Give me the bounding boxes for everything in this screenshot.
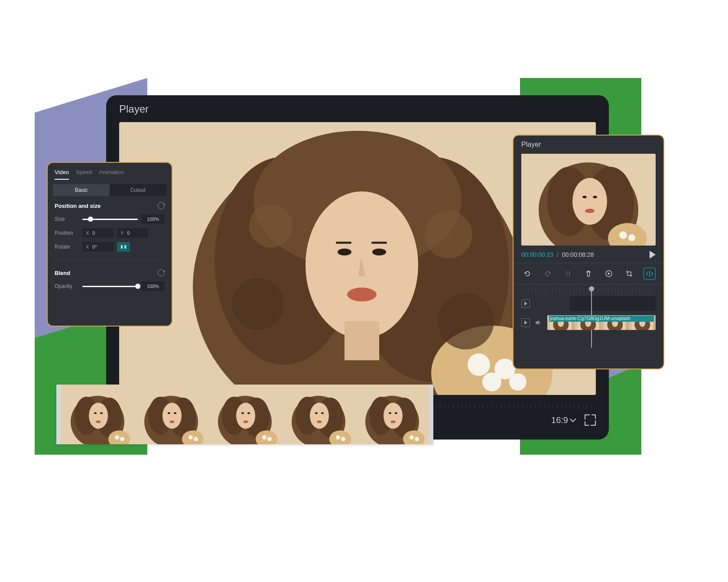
svg-point-24	[232, 278, 284, 330]
mini-preview-area[interactable]	[521, 154, 656, 246]
svg-point-84	[267, 437, 272, 441]
track-visibility-toggle-2[interactable]	[521, 318, 530, 327]
filmstrip-handle-left[interactable]	[56, 385, 61, 444]
svg-rect-27	[124, 245, 126, 249]
svg-point-94	[336, 435, 340, 440]
svg-point-73	[194, 437, 198, 441]
svg-point-37	[619, 231, 627, 239]
svg-point-23	[425, 211, 472, 259]
svg-point-80	[247, 412, 250, 414]
tab-video[interactable]: Video	[55, 169, 69, 180]
mini-track-row-2: joshua-earle-Cg7G8Gg1IJM-unsplash	[514, 313, 663, 332]
crop-icon[interactable]	[623, 268, 635, 280]
svg-point-56	[89, 403, 108, 429]
reset-position-icon[interactable]	[158, 202, 165, 209]
svg-point-58	[100, 412, 103, 414]
position-label: Position	[55, 230, 79, 236]
play-button[interactable]	[650, 251, 656, 259]
svg-point-70	[169, 420, 175, 423]
mini-track-row-1	[514, 294, 663, 313]
svg-point-34	[593, 196, 597, 198]
svg-point-20	[482, 372, 501, 391]
mini-preview-image	[521, 154, 656, 246]
opacity-label: Opacity	[55, 283, 79, 289]
mini-player-title: Player	[514, 136, 663, 154]
svg-point-105	[410, 435, 414, 440]
svg-point-25	[438, 293, 494, 349]
svg-point-67	[162, 403, 182, 429]
svg-point-13	[372, 249, 386, 255]
properties-panel: Video Speed Animation Basic Cutout Posit…	[47, 162, 172, 327]
svg-point-91	[321, 412, 324, 414]
mini-toolbar	[514, 263, 663, 284]
section-blend: Blend Opacity 100%	[48, 263, 172, 297]
aspect-ratio-selector[interactable]: 16:9	[551, 415, 575, 425]
mini-clip[interactable]: joshua-earle-Cg7G8Gg1IJM-unsplash	[547, 315, 656, 330]
size-value[interactable]: 100%	[141, 214, 165, 224]
svg-point-35	[585, 209, 595, 213]
flip-button[interactable]	[117, 242, 130, 252]
svg-point-92	[317, 420, 322, 423]
mini-total-time: 00:00:08:28	[562, 251, 594, 258]
track-visibility-toggle-1[interactable]	[521, 299, 530, 308]
svg-point-62	[120, 437, 124, 441]
props-tabs: Video Speed Animation	[48, 163, 172, 180]
undo-icon[interactable]	[521, 268, 533, 280]
svg-point-69	[174, 412, 176, 414]
mirror-icon[interactable]	[644, 268, 656, 280]
mini-timecode-row: 00:00:00:23 / 00:00:08:28	[514, 246, 663, 263]
section-title-position: Position and size	[55, 203, 101, 209]
filmstrip-frame	[282, 385, 355, 444]
split-icon[interactable]	[562, 268, 574, 280]
section-title-blend: Blend	[55, 270, 70, 276]
position-y-input[interactable]: Y 0	[117, 228, 148, 238]
svg-point-100	[384, 403, 403, 429]
svg-point-78	[236, 403, 255, 429]
mini-player-panel: Player 00:00:00:23 / 00:00:08:28	[513, 135, 664, 369]
svg-point-83	[262, 435, 266, 440]
svg-rect-11	[344, 321, 379, 360]
svg-point-18	[468, 353, 490, 376]
filmstrip-handle-right[interactable]	[429, 385, 433, 444]
svg-point-59	[96, 420, 101, 423]
fullscreen-button[interactable]	[585, 414, 596, 426]
mini-current-time: 00:00:00:23	[521, 251, 553, 258]
size-slider[interactable]	[82, 219, 138, 220]
subtab-cutout[interactable]: Cutout	[110, 184, 166, 196]
mini-timeline: joshua-earle-Cg7G8Gg1IJM-unsplash	[514, 287, 663, 332]
mini-track-1[interactable]	[570, 296, 656, 311]
svg-point-101	[389, 412, 391, 414]
reset-blend-icon[interactable]	[158, 269, 165, 276]
svg-point-33	[582, 196, 587, 198]
tab-speed[interactable]: Speed	[76, 169, 92, 180]
preview-icon[interactable]	[603, 268, 615, 280]
rotate-x-input[interactable]: X 0°	[82, 242, 114, 252]
tab-animation[interactable]: Animation	[99, 169, 124, 180]
props-subtabs: Basic Cutout	[53, 184, 166, 196]
filmstrip-frame	[61, 385, 134, 444]
delete-icon[interactable]	[582, 268, 595, 280]
chevron-down-icon	[570, 416, 576, 422]
position-x-input[interactable]: X 0	[82, 228, 114, 238]
svg-point-95	[341, 437, 345, 441]
svg-rect-26	[121, 245, 123, 249]
opacity-slider[interactable]	[82, 286, 138, 287]
svg-point-21	[509, 373, 526, 391]
subtab-basic[interactable]: Basic	[53, 184, 110, 196]
mini-ruler[interactable]	[521, 287, 656, 294]
filmstrip-frame	[208, 385, 282, 444]
filmstrip[interactable]	[56, 385, 433, 444]
section-position-size: Position and size Size 100% Position X 0…	[48, 196, 172, 258]
redo-icon[interactable]	[542, 268, 554, 280]
volume-icon[interactable]	[534, 318, 543, 327]
opacity-value[interactable]: 100%	[141, 281, 165, 291]
svg-point-89	[310, 403, 329, 429]
rotate-label: Rotate	[55, 244, 79, 250]
svg-point-90	[315, 412, 318, 414]
svg-point-106	[415, 437, 419, 441]
svg-point-72	[188, 435, 193, 440]
svg-rect-15	[371, 242, 387, 244]
svg-rect-14	[336, 242, 351, 244]
svg-point-57	[94, 412, 97, 414]
svg-point-81	[243, 420, 248, 423]
